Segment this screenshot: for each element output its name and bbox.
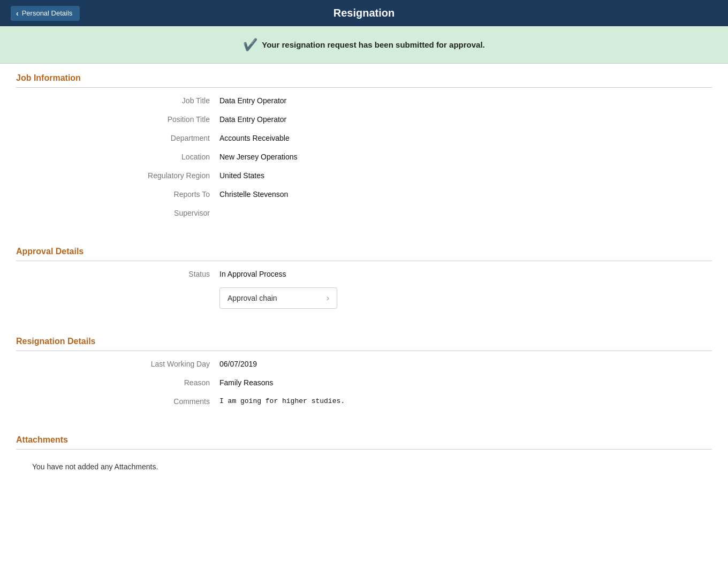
resignation-details-title: Resignation Details <box>16 327 712 351</box>
comments-row: Comments I am going for higher studies. <box>16 396 498 407</box>
position-title-label: Position Title <box>16 114 219 125</box>
job-title-label: Job Title <box>16 95 219 107</box>
attachments-empty-message: You have not added any Attachments. <box>16 455 712 471</box>
position-title-row: Position Title Data Entry Operator <box>16 114 498 125</box>
approval-details-title: Approval Details <box>16 237 712 261</box>
regulatory-region-label: Regulatory Region <box>16 170 219 181</box>
regulatory-region-row: Regulatory Region United States <box>16 170 498 181</box>
approval-chain-button[interactable]: Approval chain › <box>219 287 337 309</box>
job-information-section: Job Information Job Title Data Entry Ope… <box>0 64 728 237</box>
comments-label: Comments <box>16 396 219 407</box>
last-working-day-row: Last Working Day 06/07/2019 <box>16 359 498 370</box>
status-value: In Approval Process <box>219 269 498 280</box>
status-row: Status In Approval Process <box>16 269 498 280</box>
status-label: Status <box>16 269 219 280</box>
attachments-section: Attachments You have not added any Attac… <box>0 425 728 482</box>
checkmark-icon: ✔️ <box>243 38 257 52</box>
reports-to-label: Reports To <box>16 189 219 200</box>
last-working-day-value: 06/07/2019 <box>219 359 498 370</box>
regulatory-region-value: United States <box>219 170 498 181</box>
department-value: Accounts Receivable <box>219 133 498 144</box>
page-title: Resignation <box>333 7 395 19</box>
approval-chain-label: Approval chain <box>228 294 277 302</box>
approval-chain-container: Approval chain › <box>219 287 498 309</box>
reason-row: Reason Family Reasons <box>16 377 498 389</box>
position-title-value: Data Entry Operator <box>219 114 498 125</box>
reason-label: Reason <box>16 377 219 389</box>
job-title-row: Job Title Data Entry Operator <box>16 95 498 107</box>
resignation-details-section: Resignation Details Last Working Day 06/… <box>0 327 728 425</box>
comments-value: I am going for higher studies. <box>219 396 498 407</box>
reason-value: Family Reasons <box>219 377 498 389</box>
location-row: Location New Jersey Operations <box>16 151 498 163</box>
department-row: Department Accounts Receivable <box>16 133 498 144</box>
success-message: Your resignation request has been submit… <box>262 40 484 49</box>
location-label: Location <box>16 151 219 163</box>
success-banner: ✔️ Your resignation request has been sub… <box>0 26 728 64</box>
job-title-value: Data Entry Operator <box>219 95 498 107</box>
job-information-title: Job Information <box>16 64 712 88</box>
attachments-title: Attachments <box>16 425 712 450</box>
chevron-left-icon: ‹ <box>16 9 19 18</box>
supervisor-label: Supervisor <box>16 208 219 219</box>
supervisor-row: Supervisor <box>16 208 498 219</box>
last-working-day-label: Last Working Day <box>16 359 219 370</box>
back-button[interactable]: ‹ Personal Details <box>11 6 80 21</box>
location-value: New Jersey Operations <box>219 151 498 163</box>
approval-details-section: Approval Details Status In Approval Proc… <box>0 237 728 327</box>
approval-chain-row: Approval chain › <box>16 287 498 309</box>
back-button-label: Personal Details <box>22 9 73 17</box>
reports-to-value: Christelle Stevenson <box>219 189 498 200</box>
department-label: Department <box>16 133 219 144</box>
chevron-right-icon: › <box>327 293 329 303</box>
reports-to-row: Reports To Christelle Stevenson <box>16 189 498 200</box>
header: ‹ Personal Details Resignation <box>0 0 728 26</box>
